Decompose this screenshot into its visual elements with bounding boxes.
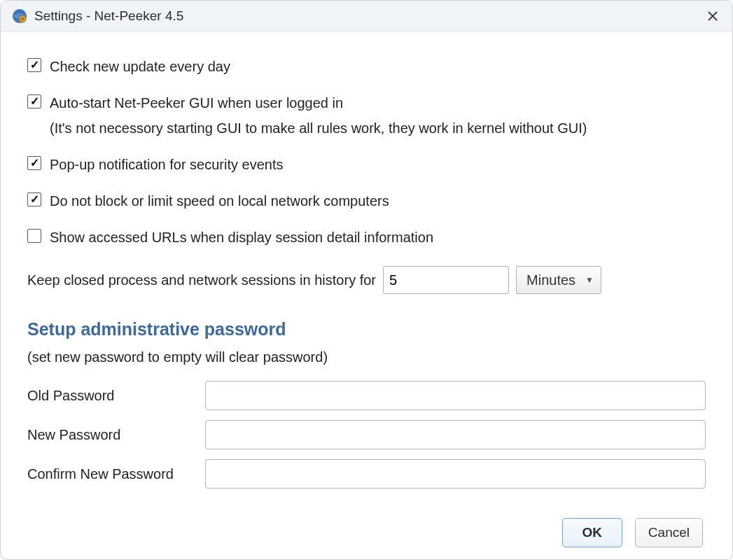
close-icon[interactable] <box>704 8 721 24</box>
confirm-password-row: Confirm New Password <box>27 459 706 489</box>
confirm-password-input[interactable] <box>205 459 706 489</box>
new-password-label: New Password <box>27 427 205 443</box>
history-input[interactable] <box>383 266 509 294</box>
show-urls-checkbox[interactable] <box>27 229 41 243</box>
check-update-checkbox[interactable] <box>27 58 41 72</box>
history-unit-dropdown[interactable]: Minutes ▼ <box>516 266 601 294</box>
no-block-local-checkbox[interactable] <box>27 192 41 206</box>
check-update-label: Check new update every day <box>50 56 230 77</box>
svg-point-2 <box>21 18 24 20</box>
history-unit-label: Minutes <box>526 272 575 288</box>
cancel-button[interactable]: Cancel <box>635 518 703 547</box>
app-icon <box>12 8 27 24</box>
button-row: OK Cancel <box>27 518 706 547</box>
ok-button[interactable]: OK <box>562 518 622 547</box>
old-password-label: Old Password <box>27 388 205 404</box>
history-label: Keep closed process and network sessions… <box>27 272 376 288</box>
auto-start-sublabel: (It's not necessory starting GUI to make… <box>50 118 706 139</box>
password-section-heading: Setup administrative password <box>27 319 706 340</box>
new-password-input[interactable] <box>205 420 706 449</box>
window-title: Settings - Net-Peeker 4.5 <box>34 8 704 24</box>
history-row: Keep closed process and network sessions… <box>27 266 706 294</box>
password-section-subtext: (set new password to empty will clear pa… <box>27 349 706 365</box>
no-block-local-row: Do not block or limit speed on local net… <box>27 190 706 211</box>
popup-notification-row: Pop-up notification for security events <box>27 154 706 175</box>
auto-start-row: Auto-start Net-Peeker GUI when user logg… <box>27 92 706 113</box>
chevron-down-icon: ▼ <box>585 275 594 285</box>
show-urls-row: Show accessed URLs when display session … <box>27 227 706 248</box>
old-password-row: Old Password <box>27 381 706 410</box>
confirm-password-label: Confirm New Password <box>27 466 205 482</box>
titlebar: Settings - Net-Peeker 4.5 <box>1 1 732 32</box>
popup-notification-label: Pop-up notification for security events <box>50 154 284 175</box>
old-password-input[interactable] <box>205 381 706 410</box>
no-block-local-label: Do not block or limit speed on local net… <box>50 190 389 211</box>
check-update-row: Check new update every day <box>27 56 706 77</box>
content-area: Check new update every day Auto-start Ne… <box>1 32 732 560</box>
auto-start-label: Auto-start Net-Peeker GUI when user logg… <box>50 92 343 113</box>
new-password-row: New Password <box>27 420 706 449</box>
auto-start-checkbox[interactable] <box>27 94 41 108</box>
show-urls-label: Show accessed URLs when display session … <box>50 227 433 248</box>
settings-dialog: Settings - Net-Peeker 4.5 Check new upda… <box>0 0 733 560</box>
popup-notification-checkbox[interactable] <box>27 156 41 170</box>
